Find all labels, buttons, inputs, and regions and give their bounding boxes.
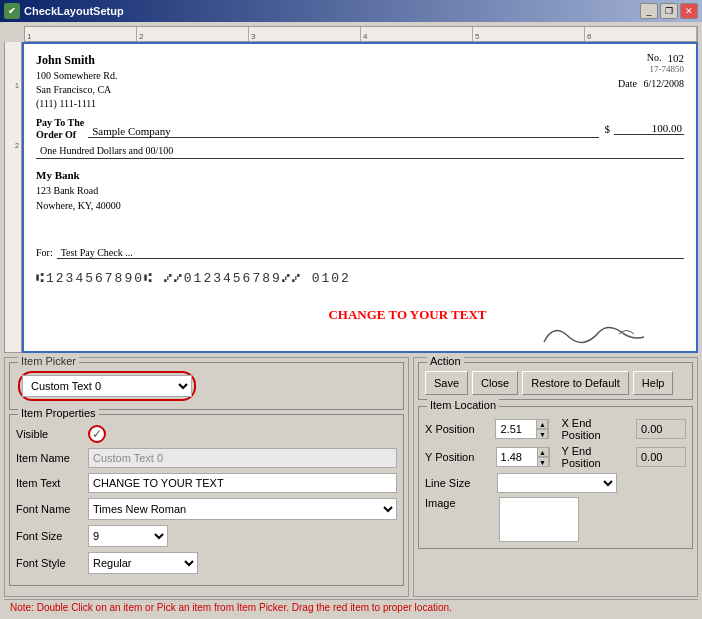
window-title: CheckLayoutSetup (24, 5, 124, 17)
action-group: Action Save Close Restore to Default Hel… (418, 362, 693, 400)
item-picker-select[interactable]: Custom Text 0 Custom Text 1 Custom Text … (22, 375, 192, 397)
picker-select-wrap: Custom Text 0 Custom Text 1 Custom Text … (18, 371, 196, 401)
x-position-down[interactable]: ▼ (536, 429, 548, 439)
item-properties-title: Item Properties (18, 407, 99, 419)
y-position-down[interactable]: ▼ (537, 457, 549, 467)
app-icon: ✔ (4, 3, 20, 19)
item-name-row: Item Name (16, 448, 397, 468)
vruler-mark-2: 2 (15, 142, 19, 149)
line-size-select[interactable] (497, 473, 617, 493)
horizontal-ruler: 1 2 3 4 5 6 (24, 26, 698, 42)
action-buttons: Save Close Restore to Default Help (425, 367, 686, 395)
bottom-section: Item Picker Custom Text 0 Custom Text 1 … (4, 357, 698, 597)
ruler-area: 1 2 3 4 5 6 (24, 26, 698, 42)
pay-to-row: Pay To The Order Of Sample Company $ 100… (36, 117, 684, 141)
check-owner-info: John Smith 100 Somewhere Rd. San Francis… (36, 52, 117, 111)
font-name-label: Font Name (16, 503, 84, 515)
x-position-input[interactable] (496, 420, 536, 438)
y-position-input[interactable] (497, 448, 537, 466)
bank-info: My Bank 123 Bank Road Nowhere, KY, 40000 (36, 167, 121, 214)
y-position-row: Y Position ▲ ▼ Y End Position (425, 445, 686, 469)
image-label: Image (425, 497, 493, 509)
minimize-button[interactable]: _ (640, 3, 658, 19)
vruler-mark-1: 1 (15, 82, 19, 89)
left-panel: Item Picker Custom Text 0 Custom Text 1 … (4, 357, 409, 597)
item-properties-group: Item Properties Visible ✓ Item Name Item… (9, 414, 404, 586)
check-amount: 100.00 (614, 122, 684, 135)
font-style-label: Font Style (16, 557, 84, 569)
ruler-mark-2: 2 (137, 27, 249, 41)
item-name-input[interactable] (88, 448, 397, 468)
dollar-sign: $ (605, 123, 611, 135)
for-text: Test Pay Check ... (57, 247, 684, 259)
restore-button[interactable]: ❐ (660, 3, 678, 19)
for-label: For: (36, 247, 53, 258)
x-position-spinner[interactable]: ▲ ▼ (536, 419, 548, 439)
check-header: John Smith 100 Somewhere Rd. San Francis… (36, 52, 684, 111)
item-picker-title: Item Picker (18, 355, 79, 367)
item-location-title: Item Location (427, 399, 499, 411)
item-text-input[interactable] (88, 473, 397, 493)
visible-row: Visible ✓ (16, 425, 397, 443)
check-number: 102 (668, 52, 685, 64)
right-panel: Action Save Close Restore to Default Hel… (413, 357, 698, 597)
visible-checkbox[interactable]: ✓ (88, 425, 106, 443)
status-bar: Note: Double Click on an item or Pick an… (4, 599, 698, 615)
owner-name: John Smith (36, 52, 117, 69)
save-button[interactable]: Save (425, 371, 468, 395)
y-position-spinner[interactable]: ▲ ▼ (537, 447, 549, 467)
font-size-label: Font Size (16, 530, 84, 542)
y-position-up[interactable]: ▲ (537, 447, 549, 457)
status-note: Note: Double Click on an item or Pick an… (10, 602, 452, 613)
ruler-mark-1: 1 (25, 27, 137, 41)
item-location-group: Item Location X Position ▲ ▼ X End Posit… (418, 406, 693, 549)
item-picker-row: Custom Text 0 Custom Text 1 Custom Text … (16, 367, 397, 405)
image-box (499, 497, 579, 542)
signature-svg (534, 312, 654, 352)
title-buttons: _ ❐ ✕ (640, 3, 698, 19)
y-position-input-wrap: ▲ ▼ (496, 447, 550, 467)
signature-area (524, 322, 654, 353)
title-bar: ✔ CheckLayoutSetup _ ❐ ✕ (0, 0, 702, 22)
payee-name: Sample Company (92, 125, 171, 137)
for-line: For: Test Pay Check ... (36, 247, 684, 259)
line-size-row: Line Size (425, 473, 686, 493)
no-label: No. (647, 52, 662, 64)
custom-text-display: CHANGE TO YOUR TEXT (328, 307, 486, 323)
item-text-row: Item Text (16, 473, 397, 493)
font-size-select[interactable]: 8 9 10 11 12 (88, 525, 168, 547)
x-end-position-label: X End Position (561, 417, 632, 441)
x-end-position-input (636, 419, 686, 439)
visible-label: Visible (16, 428, 84, 440)
x-position-input-wrap: ▲ ▼ (495, 419, 549, 439)
help-button[interactable]: Help (633, 371, 674, 395)
date-label: Date (618, 78, 637, 89)
pay-label: Pay To The Order Of (36, 117, 84, 141)
payee-line: Sample Company (88, 120, 598, 138)
font-name-select[interactable]: Arial Times New Roman Courier New Verdan… (88, 498, 397, 520)
ruler-mark-5: 5 (473, 27, 585, 41)
close-button[interactable]: ✕ (680, 3, 698, 19)
micr-line: ⑆1234567890⑆ ⑇⑇0123456789⑇⑇ 0102 (36, 271, 684, 286)
written-amount: One Hundred Dollars and 00/100 (36, 145, 684, 159)
font-name-row: Font Name Arial Times New Roman Courier … (16, 498, 397, 520)
close-action-button[interactable]: Close (472, 371, 518, 395)
restore-button[interactable]: Restore to Default (522, 371, 629, 395)
ruler-mark-3: 3 (249, 27, 361, 41)
x-position-row: X Position ▲ ▼ X End Position (425, 417, 686, 441)
font-size-row: Font Size 8 9 10 11 12 (16, 525, 397, 547)
owner-address2: San Francisco, CA (36, 83, 117, 97)
y-end-position-label: Y End Position (562, 445, 632, 469)
check-mark-icon: ✓ (92, 427, 102, 441)
vertical-ruler: 1 2 (4, 42, 22, 353)
content-area: 1 2 John Smith 100 Somewhere Rd. San Fra… (4, 42, 698, 353)
check-content: John Smith 100 Somewhere Rd. San Francis… (24, 44, 696, 294)
x-position-up[interactable]: ▲ (536, 419, 548, 429)
font-style-select[interactable]: Regular Bold Italic Bold Italic (88, 552, 198, 574)
item-name-label: Item Name (16, 452, 84, 464)
y-end-position-input (636, 447, 686, 467)
x-position-label: X Position (425, 423, 491, 435)
line-size-label: Line Size (425, 477, 493, 489)
check-panel: John Smith 100 Somewhere Rd. San Francis… (22, 42, 698, 353)
owner-address1: 100 Somewhere Rd. (36, 69, 117, 83)
